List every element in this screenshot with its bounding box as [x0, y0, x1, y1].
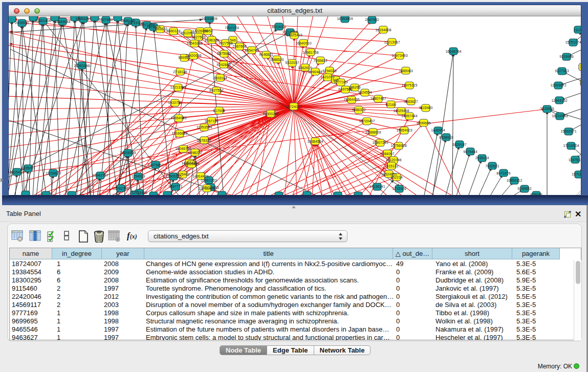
- svg-text:8471676: 8471676: [496, 171, 510, 175]
- svg-text:19654985: 19654985: [170, 116, 186, 120]
- svg-text:19166825: 19166825: [171, 132, 187, 135]
- svg-text:9115460: 9115460: [419, 106, 433, 110]
- svg-text:16543362: 16543362: [186, 41, 202, 45]
- svg-text:10025458: 10025458: [393, 109, 409, 113]
- svg-text:19384554: 19384554: [307, 140, 323, 143]
- svg-text:15720407: 15720407: [359, 119, 375, 123]
- svg-text:1362615: 1362615: [298, 66, 312, 70]
- svg-text:16210643: 16210643: [552, 114, 568, 118]
- svg-text:2087652: 2087652: [365, 18, 379, 21]
- svg-text:18849044: 18849044: [54, 20, 70, 24]
- svg-text:6497568: 6497568: [338, 87, 352, 91]
- svg-text:5875685: 5875685: [217, 52, 231, 55]
- svg-text:12213967: 12213967: [384, 40, 400, 44]
- svg-text:10975857: 10975857: [147, 163, 163, 167]
- svg-text:13325419: 13325419: [286, 33, 302, 37]
- svg-text:2935114: 2935114: [475, 156, 489, 160]
- svg-text:11156829: 11156829: [46, 171, 61, 175]
- svg-text:127: 127: [580, 65, 581, 69]
- svg-text:252214: 252214: [390, 176, 402, 179]
- svg-text:1440954: 1440954: [431, 128, 445, 132]
- svg-text:12975115: 12975115: [402, 83, 418, 87]
- svg-text:4498222: 4498222: [188, 151, 202, 155]
- svg-text:25300203: 25300203: [263, 112, 278, 116]
- svg-text:8186328: 8186328: [205, 38, 219, 42]
- svg-text:9474444: 9474444: [463, 150, 477, 154]
- svg-text:16033809: 16033809: [201, 17, 217, 20]
- svg-text:2367608: 2367608: [232, 45, 246, 48]
- svg-text:16640910: 16640910: [295, 41, 311, 45]
- svg-text:16120746: 16120746: [385, 158, 401, 162]
- svg-text:7955812: 7955812: [313, 59, 327, 62]
- svg-text:8990448: 8990448: [308, 70, 322, 74]
- svg-text:17016504: 17016504: [563, 144, 579, 147]
- svg-text:18724007: 18724007: [286, 105, 301, 108]
- svg-text:4835051: 4835051: [21, 166, 35, 170]
- svg-text:9146821: 9146821: [259, 53, 273, 56]
- svg-text:14099489: 14099489: [183, 162, 199, 166]
- svg-text:29053346: 29053346: [74, 64, 90, 68]
- svg-text:13716485: 13716485: [199, 187, 214, 190]
- svg-text:1527602: 1527602: [99, 18, 113, 21]
- svg-text:16053809: 16053809: [337, 17, 353, 20]
- svg-text:10854112: 10854112: [507, 179, 522, 182]
- svg-text:3624554: 3624554: [358, 91, 372, 94]
- svg-text:6794028: 6794028: [322, 69, 336, 73]
- svg-text:1167533: 1167533: [569, 158, 581, 162]
- svg-text:9329996: 9329996: [559, 55, 573, 58]
- svg-text:24957444: 24957444: [401, 114, 417, 118]
- svg-text:6099695: 6099695: [417, 121, 430, 125]
- svg-text:12923446: 12923446: [131, 191, 147, 194]
- svg-text:8454749: 8454749: [245, 49, 258, 52]
- svg-text:817008: 817008: [213, 109, 225, 113]
- svg-text:7986322: 7986322: [352, 108, 365, 112]
- svg-text:11353594: 11353594: [197, 125, 212, 129]
- svg-text:989961: 989961: [178, 56, 190, 59]
- svg-text:3915413: 3915413: [10, 170, 24, 174]
- svg-text:12942757: 12942757: [92, 173, 108, 177]
- svg-text:12505135: 12505135: [165, 174, 181, 178]
- svg-text:8813014: 8813014: [272, 25, 286, 29]
- svg-text:16154808: 16154808: [375, 28, 391, 32]
- svg-text:10961758: 10961758: [302, 51, 318, 54]
- svg-text:8860124: 8860124: [166, 29, 180, 33]
- svg-text:20206535: 20206535: [120, 151, 136, 155]
- svg-text:12093872: 12093872: [550, 83, 566, 87]
- svg-text:7632621: 7632621: [485, 164, 499, 168]
- svg-text:3215955: 3215955: [540, 107, 554, 111]
- svg-text:2803144: 2803144: [213, 76, 227, 80]
- svg-text:8427552: 8427552: [209, 89, 223, 92]
- svg-text:6829197: 6829197: [452, 143, 466, 146]
- svg-text:15692971: 15692971: [560, 129, 576, 133]
- svg-text:3527509: 3527509: [191, 35, 205, 39]
- svg-text:10653267: 10653267: [75, 17, 91, 20]
- svg-text:1588520: 1588520: [270, 58, 284, 61]
- svg-text:7485063: 7485063: [399, 69, 412, 73]
- svg-text:21364436: 21364436: [343, 98, 359, 101]
- svg-text:15751074: 15751074: [565, 40, 581, 44]
- svg-text:10973493: 10973493: [391, 54, 407, 57]
- svg-text:5322037: 5322037: [285, 61, 299, 64]
- svg-text:10807487: 10807487: [370, 97, 386, 100]
- svg-text:1615132: 1615132: [384, 164, 398, 168]
- svg-text:546: 546: [230, 38, 236, 42]
- svg-text:10688609: 10688609: [365, 130, 381, 134]
- svg-text:1733426: 1733426: [392, 187, 406, 190]
- svg-text:17957253: 17957253: [201, 179, 216, 182]
- svg-text:1154519: 1154519: [132, 174, 145, 178]
- svg-text:2718126: 2718126: [173, 70, 187, 74]
- svg-text:7857274: 7857274: [225, 26, 238, 30]
- svg-text:9777169: 9777169: [334, 80, 347, 84]
- svg-text:16782759: 16782759: [113, 187, 128, 190]
- svg-text:9084067: 9084067: [380, 152, 394, 156]
- svg-text:1571644: 1571644: [572, 172, 581, 176]
- svg-text:7663822: 7663822: [153, 27, 167, 31]
- svg-text:14914479: 14914479: [192, 174, 208, 178]
- svg-text:15046756: 15046756: [175, 147, 191, 150]
- svg-text:19654923: 19654923: [396, 128, 412, 132]
- svg-text:14136141: 14136141: [369, 185, 385, 188]
- svg-text:12444152: 12444152: [551, 99, 567, 102]
- svg-text:9245652: 9245652: [517, 187, 531, 190]
- svg-text:9463627: 9463627: [404, 100, 418, 103]
- svg-text:9242848: 9242848: [216, 63, 230, 67]
